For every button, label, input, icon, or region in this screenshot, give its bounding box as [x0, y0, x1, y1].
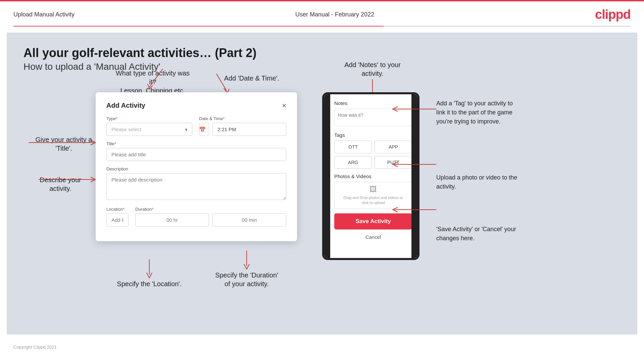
- dialog-title: Add Activity: [106, 102, 145, 109]
- form-row-title: Title*: [106, 141, 286, 161]
- description-textarea[interactable]: [106, 173, 286, 200]
- annotation-give-title: Give your activity a 'Title'.: [34, 135, 94, 153]
- dialog: Add Activity × Type* Please select: [96, 92, 297, 241]
- form-group-location: Location*: [106, 207, 129, 226]
- form-row-location-duration: Location* Duration*: [106, 207, 286, 226]
- type-label: Type*: [106, 116, 192, 121]
- duration-hr-input[interactable]: [135, 213, 209, 226]
- logo: clippd: [595, 7, 631, 22]
- annotation-location: Specify the 'Location'.: [116, 259, 183, 288]
- annotation-duration: Specify the 'Duration' of your activity.: [210, 251, 284, 288]
- photos-label: Photos & Videos: [334, 173, 412, 179]
- manual-title: User Manual - February 2022: [295, 11, 374, 18]
- phone-mock: Notes Tags OTT APP ARG PUTT Photos & Vid…: [322, 92, 419, 260]
- duration-min-input[interactable]: [212, 213, 286, 226]
- phone-container: Add 'Notes' to your activity. Notes Tags…: [322, 92, 430, 260]
- datetime-label: Date & Time*: [199, 116, 286, 121]
- description-label: Description: [106, 166, 286, 171]
- location-input[interactable]: [106, 213, 129, 226]
- phone-content: Notes Tags OTT APP ARG PUTT Photos & Vid…: [324, 94, 417, 247]
- upload-icon: 🖼: [369, 185, 377, 194]
- annotation-save: 'Save Activity' or 'Cancel' your changes…: [436, 225, 520, 243]
- form-group-description: Description: [106, 166, 286, 201]
- tag-ott[interactable]: OTT: [334, 141, 372, 153]
- location-label: Location*: [106, 207, 129, 212]
- duration-arrow: [240, 251, 253, 271]
- heading-sub: How to upload a 'Manual Activity': [23, 61, 621, 72]
- save-activity-button[interactable]: Save Activity: [334, 213, 412, 229]
- upload-text: Drag and Drop photos and videos or click…: [343, 195, 403, 206]
- date-input-wrapper: 📅: [199, 123, 209, 136]
- type-select-wrapper: Please select: [106, 123, 192, 136]
- tag-app[interactable]: APP: [375, 141, 412, 153]
- tag-arg[interactable]: ARG: [334, 156, 372, 169]
- right-annotations: Add a 'Tag' to your activity to link it …: [436, 99, 520, 243]
- top-divider: [13, 26, 631, 27]
- form-row-type-date: Type* Please select Date & Time*: [106, 116, 286, 136]
- heading-main: All your golf-relevant activities… (Part…: [23, 46, 621, 60]
- annotation-location-text: Specify the 'Location'.: [117, 280, 182, 288]
- tag-putt[interactable]: PUTT: [375, 156, 412, 169]
- form-group-datetime: Date & Time* 📅: [199, 116, 286, 136]
- annotation-duration-text: Specify the 'Duration' of your activity.: [215, 271, 278, 288]
- notes-label: Notes: [334, 100, 412, 106]
- annotation-tag: Add a 'Tag' to your activity to link it …: [436, 99, 520, 126]
- notes-input[interactable]: [334, 109, 412, 126]
- form-group-type: Type* Please select: [106, 116, 192, 136]
- annotation-describe: Describe your activity.: [34, 175, 87, 193]
- duration-group: [135, 213, 286, 226]
- annotation-date-time: Add 'Date & Time'.: [221, 74, 282, 83]
- close-button[interactable]: ×: [282, 102, 286, 109]
- date-time-group: 📅: [199, 123, 286, 136]
- form-group-title: Title*: [106, 141, 286, 161]
- calendar-icon: 📅: [199, 126, 206, 133]
- dialog-header: Add Activity ×: [106, 102, 286, 109]
- dialog-wrapper: Add Activity × Type* Please select: [96, 92, 297, 241]
- form-group-duration: Duration*: [135, 207, 286, 226]
- tags-label: Tags: [334, 132, 412, 138]
- time-input[interactable]: [212, 123, 286, 136]
- photos-upload-box[interactable]: 🖼 Drag and Drop photos and videos or cli…: [334, 182, 412, 209]
- copyright-text: Copyright Clippd 2021: [13, 345, 57, 350]
- location-arrow: [143, 259, 156, 279]
- cancel-button[interactable]: Cancel: [334, 233, 412, 241]
- title-input[interactable]: [106, 148, 286, 161]
- annotation-upload: Upload a photo or video to the activity.: [436, 173, 520, 191]
- main-content: All your golf-relevant activities… (Part…: [7, 33, 637, 334]
- heading-block: All your golf-relevant activities… (Part…: [23, 46, 621, 72]
- tags-grid: OTT APP ARG PUTT: [334, 141, 412, 169]
- phone-sidebar-left: [324, 94, 330, 258]
- title-label: Title*: [106, 141, 286, 146]
- form-row-description: Description: [106, 166, 286, 201]
- duration-label: Duration*: [135, 207, 286, 212]
- phone-sidebar-right: [411, 94, 417, 258]
- annotation-what-type: What type of activity was it? Lesson, Ch…: [114, 69, 191, 95]
- page-title: Upload Manual Activity: [13, 11, 75, 18]
- footer: Copyright Clippd 2021: [0, 341, 644, 354]
- top-bar: Upload Manual Activity User Manual - Feb…: [0, 1, 644, 26]
- type-select[interactable]: Please select: [106, 123, 192, 136]
